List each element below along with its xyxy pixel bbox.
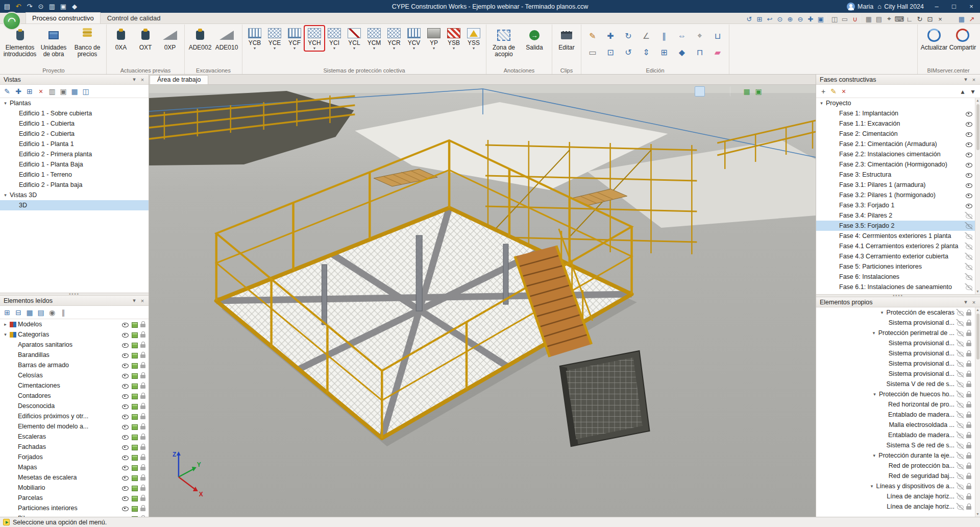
propio-row[interactable]: Entablado de madera... — [816, 410, 975, 420]
visibility-eye-icon[interactable] — [965, 243, 973, 250]
visibility-eye-icon[interactable] — [965, 130, 973, 137]
view-row[interactable]: Edificio 1 - Sobre cubierta — [0, 108, 149, 118]
lock-icon[interactable] — [966, 319, 972, 326]
visibility-eye-icon[interactable] — [121, 505, 129, 512]
propios-scrollbar[interactable]: ▲▼ — [975, 307, 980, 517]
lock-icon[interactable] — [140, 474, 146, 481]
ribbon-code-button[interactable]: YCM — [364, 26, 384, 51]
category-row[interactable]: Pilares — [0, 513, 149, 517]
solid-cube-icon[interactable] — [131, 321, 138, 328]
full-view-icon[interactable]: ▣ — [816, 14, 826, 23]
lock-icon[interactable] — [966, 462, 972, 469]
fase-row[interactable]: Fase 3.5: Forjado 2 — [816, 221, 975, 231]
diamond-tool-icon[interactable]: ◆ — [673, 44, 691, 60]
quick-tool-icon[interactable] — [826, 14, 829, 23]
visibility-eye-icon[interactable] — [965, 212, 973, 219]
print-view-icon[interactable]: ▥ — [47, 86, 57, 97]
add-phase-icon[interactable]: + — [818, 86, 828, 97]
solid-cube-icon[interactable] — [131, 342, 138, 348]
visibility-eye-icon[interactable] — [965, 283, 973, 291]
chevron-down-icon[interactable]: ▾ — [130, 297, 138, 304]
lock-icon[interactable] — [140, 331, 146, 338]
view-row[interactable]: Edificio 2 - Cubierta — [0, 129, 149, 139]
category-row[interactable]: Escaleras — [0, 432, 149, 442]
view-row[interactable]: Plantas — [0, 98, 149, 108]
close-icon[interactable]: × — [970, 299, 978, 305]
visibility-eye-icon[interactable] — [965, 222, 973, 229]
category-row[interactable]: Desconocida — [0, 401, 149, 411]
lock-icon[interactable] — [966, 483, 972, 490]
visibility-eye-icon[interactable] — [965, 120, 973, 127]
ribbon-button[interactable]: OXT — [134, 26, 157, 51]
lock-icon[interactable] — [966, 391, 972, 398]
category-row[interactable]: Fachadas — [0, 442, 149, 452]
project-menu[interactable]: ⌂ City Hall 2024 — [877, 3, 924, 10]
category-row[interactable]: Contadores — [0, 391, 149, 401]
grid-icon[interactable]: ▤ — [874, 14, 884, 23]
visibility-eye-icon[interactable] — [965, 140, 973, 148]
visibility-eye-icon[interactable] — [956, 503, 964, 510]
visibility-icon[interactable]: ◉ — [706, 86, 717, 97]
lock-icon[interactable] — [966, 432, 972, 439]
move-down-icon[interactable]: ▾ — [968, 86, 978, 97]
solid-cube-icon[interactable] — [131, 403, 138, 410]
eraser-tool-icon[interactable]: ▰ — [709, 44, 726, 60]
lock-icon[interactable] — [140, 505, 146, 512]
chevron-icon[interactable] — [819, 101, 824, 106]
ribbon-button[interactable]: Actualizar — [920, 26, 948, 51]
fase-row[interactable]: Fase 6: Instalaciones — [816, 272, 975, 282]
visibility-eye-icon[interactable] — [956, 401, 964, 408]
visibility-eye-icon[interactable] — [965, 151, 973, 158]
visibility-eye-icon[interactable] — [965, 253, 973, 260]
view-row[interactable]: 3D — [0, 200, 149, 210]
ribbon-tab[interactable]: Control de calidad — [101, 12, 167, 23]
fase-row[interactable]: Fase 2.3: Cimentación (Hormigonado) — [816, 159, 975, 170]
lock-icon[interactable] — [140, 402, 146, 410]
fase-row[interactable]: Proyecto — [816, 98, 975, 108]
zoom-in-icon[interactable]: ⊕ — [785, 14, 795, 23]
fase-row[interactable]: Fase 3.3: Forjado 1 — [816, 200, 975, 210]
visibility-eye-icon[interactable] — [121, 433, 129, 440]
sphere-icon[interactable]: ◉ — [47, 307, 57, 318]
visibility-eye-icon[interactable] — [956, 483, 964, 490]
filter-icon[interactable]: ∥ — [58, 307, 68, 318]
ribbon-tab[interactable]: Proceso constructivo — [26, 12, 101, 23]
propio-row[interactable]: Entablado de madera... — [816, 430, 975, 440]
visibility-eye-icon[interactable] — [965, 263, 973, 270]
lock-icon[interactable] — [140, 494, 146, 501]
quick-tool-icon[interactable] — [945, 14, 957, 23]
lock-icon[interactable] — [966, 452, 972, 459]
solid-cube-icon[interactable] — [131, 515, 138, 517]
ribbon-button[interactable]: Unidades de obra — [37, 26, 70, 58]
ribbon-code-button[interactable]: YSS — [464, 26, 483, 51]
fase-row[interactable]: Fase 2: Cimentación — [816, 129, 975, 139]
collapse-all-icon[interactable]: ⊟ — [13, 307, 23, 318]
ribbon-code-button[interactable]: YCL — [345, 26, 364, 51]
visibility-eye-icon[interactable] — [956, 340, 964, 347]
view-row[interactable]: Edificio 1 - Planta 1 — [0, 139, 149, 149]
category-row[interactable]: Mesetas de escalera — [0, 472, 149, 483]
edit-phase-icon[interactable]: ✎ — [828, 86, 839, 97]
fase-row[interactable]: Fase 5: Particiones interiores — [816, 261, 975, 272]
category-row[interactable]: Edificios próximos y otr... — [0, 411, 149, 421]
lock-icon[interactable] — [140, 464, 146, 471]
chevron-icon[interactable] — [3, 101, 8, 106]
perspective-icon[interactable]: ◇ — [695, 86, 705, 97]
expand-all-icon[interactable]: ⊞ — [2, 307, 12, 318]
view-row[interactable]: Edificio 1 - Cubierta — [0, 118, 149, 129]
join-tool-icon[interactable]: ⊓ — [691, 44, 708, 60]
view-row[interactable]: Vistas 3D — [0, 190, 149, 200]
visibility-eye-icon[interactable] — [121, 331, 129, 338]
comment-icon[interactable]: ⊡ — [925, 14, 935, 23]
lock-icon[interactable] — [140, 392, 146, 399]
frame-icon[interactable]: ▦ — [864, 14, 874, 23]
settings-icon[interactable]: ◆ — [69, 2, 80, 11]
zoom-previous-icon[interactable]: ↩ — [765, 14, 775, 23]
ribbon-code-button[interactable]: YCF — [285, 26, 304, 51]
user-menu[interactable]: Maria — [847, 3, 873, 11]
propio-row[interactable]: Malla electrosoldada ... — [816, 420, 975, 430]
solid-cube-icon[interactable] — [131, 352, 138, 358]
visibility-eye-icon[interactable] — [956, 319, 964, 326]
ribbon-button[interactable]: Compartir — [949, 26, 976, 51]
ribbon-button[interactable]: ADE002 — [187, 26, 213, 51]
